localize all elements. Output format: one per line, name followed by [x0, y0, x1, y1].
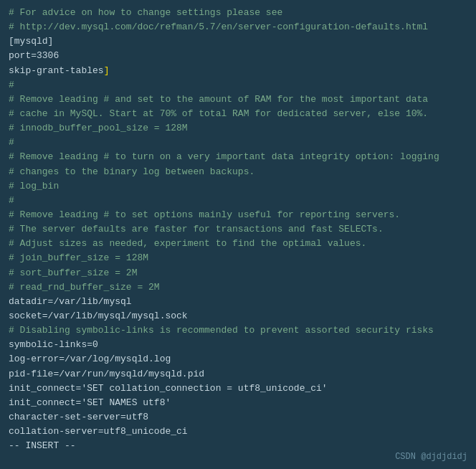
code-line: # sort_buffer_size = 2M: [9, 266, 467, 280]
code-line: collation-server=utf8_unicode_ci: [9, 425, 467, 439]
code-line: # Adjust sizes as needed, experiment to …: [9, 237, 467, 251]
code-line: socket=/var/lib/mysql/mysql.sock: [9, 309, 467, 323]
code-line: #: [9, 78, 467, 93]
code-line: # For advice on how to change settings p…: [9, 6, 467, 20]
editor-container: # For advice on how to change settings p…: [0, 0, 476, 469]
code-line: # log_bin: [9, 179, 467, 194]
code-line: [mysqld]: [9, 34, 467, 49]
code-line: # innodb_buffer_pool_size = 128M: [9, 121, 467, 136]
code-line: #: [9, 194, 467, 208]
code-line: # Remove leading # to turn on a very imp…: [9, 150, 467, 164]
code-line: symbolic-links=0: [9, 338, 467, 352]
code-line: # The server defaults are faster for tra…: [9, 222, 467, 237]
code-line: init_connect='SET collation_connection =…: [9, 382, 467, 396]
code-line: # cache in MySQL. Start at 70% of total …: [9, 107, 467, 121]
code-line: # http://dev.mysql.com/doc/refman/5.7/en…: [9, 20, 467, 34]
code-line: # changes to the binary log between back…: [9, 165, 467, 179]
code-line: character-set-server=utf8: [9, 410, 467, 425]
code-line: skip-grant-tables]: [9, 64, 467, 78]
watermark: CSDN @djdjdidj: [395, 452, 467, 462]
code-line: # Disabling symbolic-links is recommende…: [9, 323, 467, 338]
code-line: # Remove leading # and set to the amount…: [9, 93, 467, 107]
code-line: # read_rnd_buffer_size = 2M: [9, 280, 467, 295]
code-line: port=3306: [9, 49, 467, 63]
code-line: log-error=/var/log/mysqld.log: [9, 352, 467, 366]
code-line: #: [9, 136, 467, 150]
code-line: init_connect='SET NAMES utf8': [9, 396, 467, 410]
code-line: datadir=/var/lib/mysql: [9, 295, 467, 309]
code-line: pid-file=/var/run/mysqld/mysqld.pid: [9, 367, 467, 382]
code-block: # For advice on how to change settings p…: [9, 6, 467, 453]
code-line: # Remove leading # to set options mainly…: [9, 208, 467, 222]
code-line: # join_buffer_size = 128M: [9, 251, 467, 265]
